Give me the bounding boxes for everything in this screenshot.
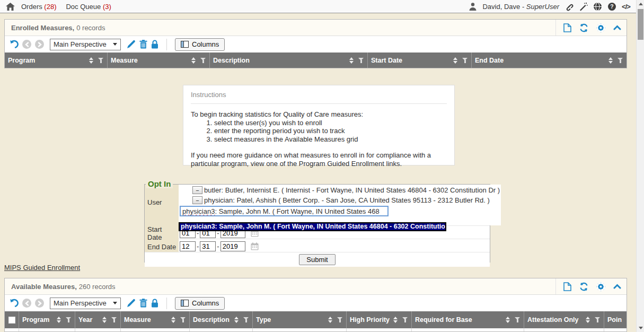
sort-icon[interactable] [453, 57, 457, 64]
instructions-intro: To begin tracking statistics for Quality… [191, 110, 447, 119]
instructions-footer: If you need more guidance on what measur… [191, 151, 445, 168]
remove-user-button[interactable]: − [192, 196, 202, 204]
gear-icon[interactable] [596, 23, 605, 32]
sort-icon[interactable] [171, 317, 175, 323]
calendar-icon[interactable] [251, 242, 259, 250]
lock-perspective-icon[interactable] [151, 299, 158, 308]
collapse-panel-icon[interactable] [613, 284, 621, 289]
refresh-icon[interactable] [579, 282, 588, 291]
end-date-row: End Date - - [145, 239, 490, 252]
filter-icon[interactable] [515, 317, 521, 322]
select-all-checkbox[interactable] [8, 317, 15, 324]
column-header-measure: Measure [121, 311, 190, 328]
filter-icon[interactable] [243, 317, 249, 322]
submit-button[interactable]: Submit [299, 254, 335, 265]
prev-perspective-icon[interactable] [22, 299, 31, 308]
end-date-day-input[interactable] [200, 241, 216, 251]
remove-user-button[interactable]: − [192, 186, 202, 194]
available-grid-header: Program Year Measure Description Type Hi… [5, 311, 627, 328]
new-document-icon[interactable] [563, 23, 571, 32]
lock-perspective-icon[interactable] [151, 40, 158, 49]
column-header-description: Description [210, 53, 368, 68]
vertical-scrollbar[interactable] [636, 0, 644, 332]
instructions-step: select the user(s) you wish to enroll [214, 119, 447, 127]
edit-perspective-icon[interactable] [127, 299, 136, 308]
filter-icon[interactable] [617, 58, 623, 63]
link-icon[interactable] [564, 2, 574, 11]
filter-icon[interactable] [358, 58, 364, 63]
delete-perspective-icon[interactable] [139, 299, 147, 308]
selected-user-row: − physician: Patel, Ashish ( Better Corp… [180, 195, 500, 205]
filter-icon[interactable] [111, 317, 117, 322]
user-avatar-icon [468, 2, 478, 11]
autocomplete-suggestion[interactable]: physician3: Sample, John M. ( Fort Wayne… [179, 222, 446, 231]
user-search-input[interactable]: physician3: Sample, John M. ( Fort Wayne… [180, 206, 389, 216]
mips-guided-enrollment-link[interactable]: MIPS Guided Enrollment [4, 264, 80, 272]
column-header-end-date: End Date [472, 53, 627, 68]
undo-icon[interactable] [9, 40, 19, 49]
wand-icon[interactable] [578, 2, 588, 11]
columns-button[interactable]: Columns [175, 38, 225, 51]
end-date-label: End Date [145, 240, 179, 252]
page: Orders (28) Doc Queue (3) David, Dave - … [0, 0, 644, 332]
filter-icon[interactable] [180, 317, 186, 322]
available-panel-records: 260 records [79, 283, 116, 291]
nav-orders-count: (28) [44, 3, 56, 11]
new-document-icon[interactable] [563, 282, 571, 291]
perspective-select[interactable]: Main Perspective [50, 39, 121, 50]
gear-icon[interactable] [596, 282, 605, 291]
end-date-year-input[interactable] [220, 241, 245, 251]
filter-icon[interactable] [402, 317, 408, 322]
user-field-row: User − butler: Butler, Internist E. ( In… [145, 185, 490, 226]
chevron-down-icon [113, 43, 117, 46]
enrolled-grid-header: Program Measure Description Start Date E… [5, 53, 627, 68]
collapse-panel-icon[interactable] [613, 25, 621, 30]
filter-icon[interactable] [595, 317, 601, 322]
selected-user-text: physician: Patel, Ashish ( Better Corp. … [204, 196, 490, 204]
edit-perspective-icon[interactable] [127, 40, 136, 49]
sort-icon[interactable] [234, 317, 239, 323]
sort-icon[interactable] [393, 317, 398, 323]
prev-perspective-icon[interactable] [22, 40, 31, 49]
sort-icon[interactable] [191, 57, 196, 64]
undo-icon[interactable] [9, 299, 19, 308]
scroll-up-icon[interactable] [637, 0, 644, 8]
perspective-select[interactable]: Main Perspective [50, 298, 121, 309]
next-perspective-icon[interactable] [35, 299, 44, 308]
filter-icon[interactable] [98, 58, 104, 63]
sort-icon[interactable] [328, 317, 332, 323]
next-perspective-icon[interactable] [35, 40, 44, 49]
filter-icon[interactable] [337, 317, 343, 322]
sort-icon[interactable] [57, 317, 61, 323]
nav-doc-queue[interactable]: Doc Queue (3) [66, 3, 111, 11]
sort-icon[interactable] [89, 57, 93, 64]
globe-icon[interactable] [593, 2, 602, 11]
delete-perspective-icon[interactable] [139, 40, 147, 49]
filter-icon[interactable] [462, 58, 468, 63]
sort-icon[interactable] [349, 57, 354, 64]
enrolled-toolbar: Main Perspective Columns [5, 36, 627, 53]
scrollbar-thumb[interactable] [638, 9, 643, 40]
user-name: David, Dave - SuperUser [482, 3, 559, 11]
sort-icon[interactable] [506, 317, 510, 323]
opt-in-legend: Opt In [146, 179, 173, 188]
filter-icon[interactable] [200, 58, 206, 63]
help-icon[interactable]: ? [607, 2, 616, 11]
filter-icon[interactable] [66, 317, 72, 322]
columns-button[interactable]: Columns [175, 297, 225, 310]
column-header-high-priority: High Priority [347, 311, 412, 328]
refresh-icon[interactable] [579, 23, 588, 32]
sort-icon[interactable] [102, 317, 107, 323]
home-icon[interactable] [5, 2, 15, 11]
code-icon[interactable]: </> [621, 2, 631, 11]
scroll-down-icon[interactable] [637, 324, 644, 332]
perspective-select-value: Main Perspective [54, 299, 107, 307]
available-panel-title: Available Measures, [11, 283, 77, 291]
nav-orders[interactable]: Orders (28) [21, 3, 56, 11]
sort-icon[interactable] [608, 57, 613, 64]
end-date-month-input[interactable] [180, 241, 196, 251]
column-header-description: Description [190, 311, 253, 328]
column-header-type: Type [253, 311, 347, 328]
user-role: SuperUser [526, 3, 559, 11]
sort-icon[interactable] [586, 317, 590, 323]
